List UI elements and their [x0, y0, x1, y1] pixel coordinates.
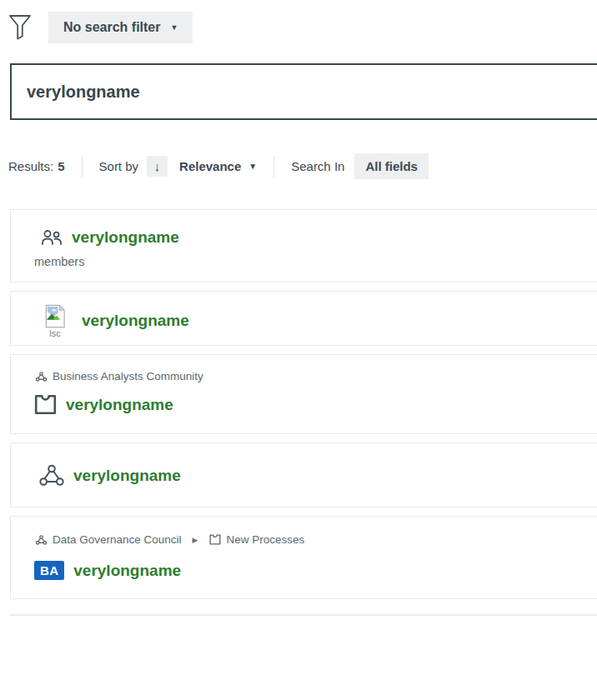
breadcrumb: Business Analysts Community: [36, 370, 579, 382]
breadcrumb-community-link[interactable]: Business Analysts Community: [53, 370, 203, 382]
next-card-top-border: [10, 614, 597, 616]
breadcrumb-separator-icon: ▶: [193, 536, 198, 544]
divider: [273, 156, 274, 178]
broken-image-icon: lsc: [41, 303, 69, 338]
arrow-down-icon: ↓: [154, 159, 161, 173]
divider: [82, 156, 83, 178]
results-count: 5: [58, 159, 64, 173]
community-icon: [36, 372, 47, 382]
search-box: [10, 63, 597, 120]
result-card-members: verylongname members: [10, 209, 597, 282]
search-filter-label: No search filter: [63, 20, 160, 35]
members-icon: [41, 229, 63, 246]
sort-value-dropdown[interactable]: Relevance: [179, 159, 241, 173]
chevron-down-icon: ▼: [170, 24, 178, 32]
results-label: Results:: [8, 159, 53, 173]
result-card-image: lsc verylongname: [10, 291, 597, 346]
asset-type-badge: BA: [34, 561, 64, 580]
result-subtitle: members: [34, 255, 579, 268]
result-title-link[interactable]: verylongname: [72, 228, 179, 247]
result-title-link[interactable]: verylongname: [73, 562, 181, 580]
search-results-list: verylongname members lsc verylongname: [0, 209, 597, 616]
filter-bar: No search filter ▼: [8, 12, 597, 43]
search-in-fields-button[interactable]: All fields: [354, 153, 429, 179]
community-icon: [39, 464, 64, 487]
filter-funnel-icon[interactable]: [8, 14, 32, 41]
breadcrumb-community-link[interactable]: Data Governance Council: [53, 533, 182, 546]
breadcrumb-domain-link[interactable]: New Processes: [227, 533, 305, 546]
result-title-link[interactable]: verylongname: [73, 467, 181, 485]
result-card-community: verylongname: [10, 442, 597, 508]
result-title-link[interactable]: verylongname: [66, 396, 173, 414]
domain-icon: [34, 394, 57, 415]
search-filter-dropdown[interactable]: No search filter ▼: [48, 12, 193, 43]
search-in-label: Search In: [291, 159, 344, 173]
sort-direction-button[interactable]: ↓: [147, 156, 168, 177]
results-toolbar: Results: 5 Sort by ↓ Relevance ▼ Search …: [8, 153, 597, 179]
domain-icon: [209, 534, 221, 545]
chevron-down-icon[interactable]: ▼: [248, 162, 257, 171]
result-title-link[interactable]: verylongname: [82, 312, 189, 330]
search-input[interactable]: [12, 65, 597, 118]
breadcrumb: Data Governance Council ▶ New Processes: [36, 533, 579, 546]
result-card-domain: Business Analysts Community verylongname: [10, 354, 597, 434]
sort-by-label: Sort by: [99, 159, 139, 173]
image-alt-text: lsc: [49, 328, 60, 338]
community-icon: [36, 535, 47, 545]
result-card-asset: Data Governance Council ▶ New Processes …: [10, 516, 597, 599]
